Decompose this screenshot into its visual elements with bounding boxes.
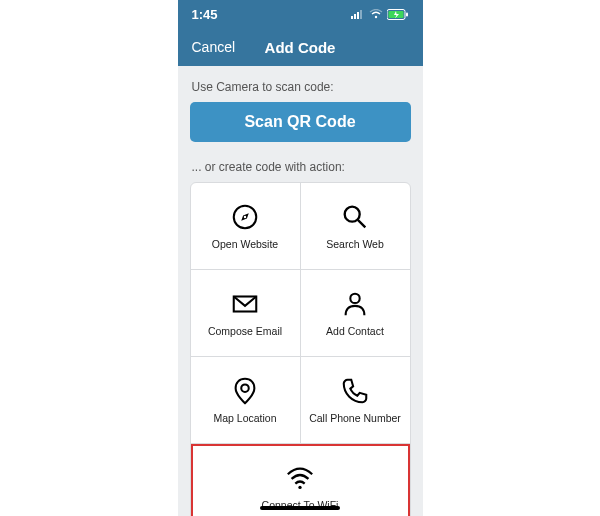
svg-point-4 bbox=[374, 16, 376, 18]
battery-icon bbox=[387, 9, 409, 20]
svg-rect-3 bbox=[360, 10, 362, 19]
scan-hint: Use Camera to scan code: bbox=[192, 80, 411, 94]
svg-rect-7 bbox=[406, 12, 408, 16]
cell-label: Open Website bbox=[212, 238, 278, 250]
action-open-website[interactable]: Open Website bbox=[191, 183, 300, 269]
status-icons bbox=[351, 9, 409, 20]
compass-icon bbox=[230, 202, 260, 232]
cell-label: Search Web bbox=[326, 238, 384, 250]
action-add-contact[interactable]: Add Contact bbox=[300, 270, 410, 356]
action-call-phone[interactable]: Call Phone Number bbox=[300, 357, 410, 443]
svg-point-9 bbox=[244, 216, 246, 218]
cell-label: Add Contact bbox=[326, 325, 384, 337]
action-compose-email[interactable]: Compose Email bbox=[191, 270, 300, 356]
home-indicator bbox=[260, 506, 340, 510]
status-time: 1:45 bbox=[192, 7, 218, 22]
cell-label: Call Phone Number bbox=[309, 412, 401, 424]
search-icon bbox=[340, 202, 370, 232]
cell-label: Map Location bbox=[213, 412, 276, 424]
action-grid: Open Website Search Web Compose Email Ad… bbox=[190, 182, 411, 516]
svg-point-10 bbox=[345, 207, 360, 222]
svg-point-13 bbox=[350, 294, 359, 303]
person-icon bbox=[340, 289, 370, 319]
svg-rect-2 bbox=[357, 12, 359, 19]
svg-point-15 bbox=[298, 486, 301, 489]
mail-icon bbox=[230, 289, 260, 319]
phone-frame: 1:45 Cancel Add Code Use Camera to scan … bbox=[178, 0, 423, 516]
scan-qr-button[interactable]: Scan QR Code bbox=[190, 102, 411, 142]
wifi-status-icon bbox=[369, 9, 383, 19]
nav-title: Add Code bbox=[265, 39, 336, 56]
signal-icon bbox=[351, 9, 365, 19]
svg-rect-1 bbox=[354, 14, 356, 19]
svg-rect-0 bbox=[351, 16, 353, 19]
nav-bar: Cancel Add Code bbox=[178, 28, 423, 66]
pin-icon bbox=[230, 376, 260, 406]
cell-label: Compose Email bbox=[208, 325, 282, 337]
status-bar: 1:45 bbox=[178, 0, 423, 28]
cancel-button[interactable]: Cancel bbox=[192, 39, 236, 55]
action-map-location[interactable]: Map Location bbox=[191, 357, 300, 443]
phone-icon bbox=[340, 376, 370, 406]
action-search-web[interactable]: Search Web bbox=[300, 183, 410, 269]
wifi-icon bbox=[285, 463, 315, 493]
svg-point-14 bbox=[241, 384, 249, 392]
svg-line-11 bbox=[358, 220, 366, 228]
create-hint: ... or create code with action: bbox=[192, 160, 411, 174]
